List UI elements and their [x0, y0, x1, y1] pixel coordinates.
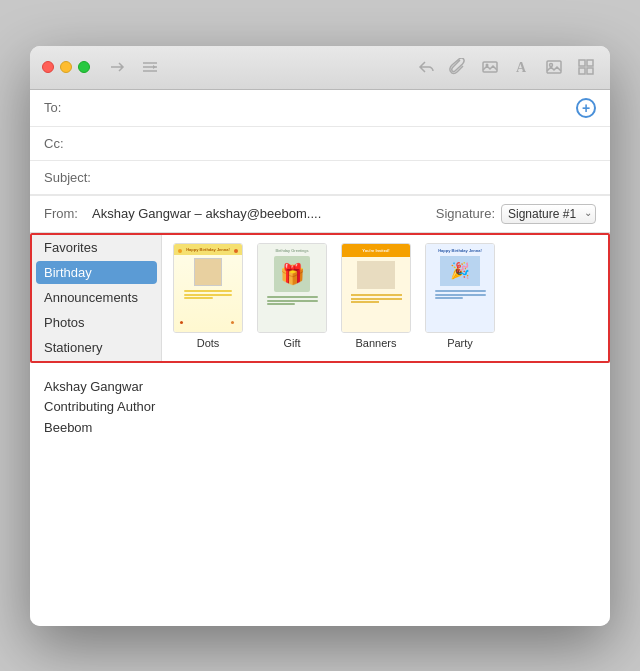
- signature-line1: Akshay Gangwar: [44, 377, 596, 398]
- email-body[interactable]: Akshay Gangwar Contributing Author Beebo…: [30, 363, 610, 626]
- svg-rect-9: [587, 60, 593, 66]
- from-label: From:: [44, 206, 92, 221]
- stationery-templates[interactable]: Happy Birthday Jenna! Dots: [162, 235, 608, 361]
- svg-rect-10: [579, 68, 585, 74]
- font-icon[interactable]: A: [510, 55, 534, 79]
- cc-label: Cc:: [44, 136, 104, 151]
- template-label-banners: Banners: [356, 337, 397, 349]
- svg-text:A: A: [516, 60, 527, 75]
- titlebar: A: [30, 46, 610, 90]
- sidebar-item-announcements[interactable]: Announcements: [32, 285, 161, 310]
- format-photo-icon[interactable]: [478, 55, 502, 79]
- template-thumb-party: Happy Birthday Jenna! 🎉: [425, 243, 495, 333]
- signature-label: Signature:: [436, 206, 495, 221]
- stationery-panel: Favorites Birthday Announcements Photos …: [30, 233, 610, 363]
- svg-rect-6: [547, 61, 561, 73]
- close-button[interactable]: [42, 61, 54, 73]
- sidebar-item-sentiments[interactable]: Sentiments: [32, 360, 161, 361]
- reply-icon[interactable]: [414, 55, 438, 79]
- send-icon[interactable]: [106, 55, 130, 79]
- add-recipient-button[interactable]: +: [576, 98, 596, 118]
- image-icon[interactable]: [542, 55, 566, 79]
- signature-wrapper: Signature #1: [501, 204, 596, 224]
- signature-line3: Beebom: [44, 418, 596, 439]
- sidebar-item-stationery[interactable]: Stationery: [32, 335, 161, 360]
- maximize-button[interactable]: [78, 61, 90, 73]
- signature-select[interactable]: Signature #1: [501, 204, 596, 224]
- template-label-party: Party: [447, 337, 473, 349]
- minimize-button[interactable]: [60, 61, 72, 73]
- traffic-lights: [42, 61, 90, 73]
- sidebar-item-photos[interactable]: Photos: [32, 310, 161, 335]
- to-field[interactable]: To: +: [30, 90, 610, 127]
- sidebar-item-birthday[interactable]: Birthday: [36, 261, 157, 284]
- to-label: To:: [44, 100, 104, 115]
- stationery-sidebar: Favorites Birthday Announcements Photos …: [32, 235, 162, 361]
- signature-block: Akshay Gangwar Contributing Author Beebo…: [44, 377, 596, 439]
- attachment-icon[interactable]: [446, 55, 470, 79]
- template-dots[interactable]: Happy Birthday Jenna! Dots: [170, 243, 246, 349]
- grid-icon[interactable]: [574, 55, 598, 79]
- template-label-gift: Gift: [283, 337, 300, 349]
- subject-label: Subject:: [44, 170, 104, 185]
- from-row: From: Akshay Gangwar – akshay@beebom....…: [30, 195, 610, 232]
- svg-rect-11: [587, 68, 593, 74]
- from-value[interactable]: Akshay Gangwar – akshay@beebom....: [92, 206, 436, 221]
- template-label-dots: Dots: [197, 337, 220, 349]
- compose-window: A To: + Cc:: [30, 46, 610, 626]
- signature-line2: Contributing Author: [44, 397, 596, 418]
- subject-field[interactable]: Subject:: [30, 161, 610, 195]
- svg-rect-8: [579, 60, 585, 66]
- template-thumb-dots: Happy Birthday Jenna!: [173, 243, 243, 333]
- template-party[interactable]: Happy Birthday Jenna! 🎉 Party: [422, 243, 498, 349]
- template-thumb-gift: Birthday Greetings 🎁: [257, 243, 327, 333]
- template-thumb-banners: You're Invited!: [341, 243, 411, 333]
- sidebar-item-favorites[interactable]: Favorites: [32, 235, 161, 260]
- list-icon[interactable]: [138, 55, 162, 79]
- cc-field[interactable]: Cc:: [30, 127, 610, 161]
- template-banners[interactable]: You're Invited! Banners: [338, 243, 414, 349]
- template-gift[interactable]: Birthday Greetings 🎁 Gift: [254, 243, 330, 349]
- email-fields: To: + Cc: Subject: From: Akshay Gangwar …: [30, 90, 610, 233]
